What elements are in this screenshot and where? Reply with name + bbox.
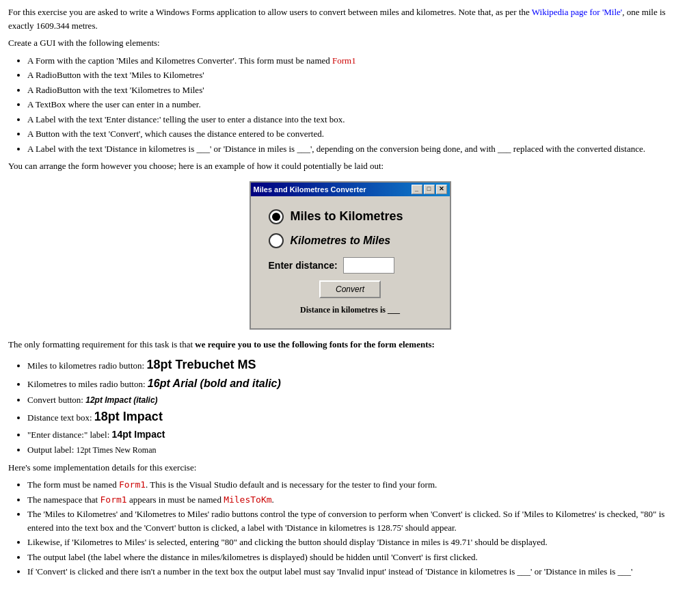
font-label: "Enter distance:" label: xyxy=(27,429,112,440)
win-minimize-btn[interactable]: _ xyxy=(412,185,422,194)
impl-section-title: Here's some implementation details for t… xyxy=(8,461,692,475)
font-value-textbox: 18pt Impact xyxy=(94,410,163,423)
intro-paragraph: For this exercise you are asked to write… xyxy=(8,5,692,32)
list-item-text: A TextBox where the user can enter in a … xyxy=(27,99,201,109)
wiki-link[interactable]: Wikipedia page for 'Mile' xyxy=(532,7,622,17)
impl-namespace-code: MilesToKm xyxy=(224,494,271,505)
impl-text: The output label (the label where the di… xyxy=(27,552,478,562)
impl-text: . xyxy=(272,494,274,505)
font-value-km: 16pt Arial (bold and italic) xyxy=(148,378,281,389)
radio-km-miles-label: Kilometres to Miles xyxy=(291,233,391,249)
win-maximize-btn[interactable]: □ xyxy=(424,185,435,194)
distance-row: Enter distance: xyxy=(262,254,439,276)
radio-miles-km-row: Miles to Kilometres xyxy=(262,206,439,227)
font-label: Output label: xyxy=(27,445,77,455)
impl-item-invalid: If 'Convert' is clicked and there isn't … xyxy=(27,565,692,579)
form-preview-container: Miles and Kilometres Converter _ □ ✕ Mil… xyxy=(8,181,692,330)
list-item-text: A Button with the text 'Convert', which … xyxy=(27,129,324,139)
win-titlebar: Miles and Kilometres Converter _ □ ✕ xyxy=(251,183,450,197)
gui-elements-list: A Form with the caption 'Miles and Kilom… xyxy=(27,54,692,156)
radio-miles-km-circle[interactable] xyxy=(269,209,284,224)
intro-text-start: For this exercise you are asked to write… xyxy=(8,7,532,17)
impl-text: appears in must be named xyxy=(127,494,224,505)
impl-item-radio-control: The 'Miles to Kilometres' and 'Kilometre… xyxy=(27,507,692,534)
impl-item-likewise: Likewise, if 'Kilometres to Miles' is se… xyxy=(27,536,692,549)
font-label: Kilometres to miles radio button: xyxy=(27,379,148,389)
convert-button[interactable]: Convert xyxy=(319,280,381,298)
impl-text: The form must be named xyxy=(27,479,119,490)
font-label: Miles to kilometres radio button: xyxy=(27,360,146,371)
form1-label: Form1 xyxy=(332,55,356,66)
font-item-output: Output label: 12pt Times New Roman xyxy=(27,443,692,457)
list-item-text: A Form with the caption 'Miles and Kilom… xyxy=(27,55,332,66)
win-close-btn[interactable]: ✕ xyxy=(436,185,447,194)
radio-km-miles-row: Kilometres to Miles xyxy=(262,231,439,250)
preview-text: You can arrange the form however you cho… xyxy=(8,159,692,173)
font-section-intro: The only formatting requirement for this… xyxy=(8,338,692,352)
list-item: A RadioButton with the text 'Kilometres … xyxy=(27,83,692,97)
impl-list: The form must be named Form1. This is th… xyxy=(27,478,692,579)
list-item-text: A RadioButton with the text 'Miles to Ki… xyxy=(27,70,204,80)
impl-item-namespace: The namespace that Form1 appears in must… xyxy=(27,493,692,507)
impl-text: . This is the Visual Studio default and … xyxy=(146,479,437,490)
font-item-textbox: Distance text box: 18pt Impact xyxy=(27,408,692,426)
font-intro-text: The only formatting requirement for this… xyxy=(8,339,195,349)
impl-text: The namespace that xyxy=(27,494,100,505)
distance-textbox[interactable] xyxy=(343,257,394,274)
font-item-enter: "Enter distance:" label: 14pt Impact xyxy=(27,427,692,442)
impl-text: Likewise, if 'Kilometres to Miles' is se… xyxy=(27,537,548,547)
list-item-text: A RadioButton with the text 'Kilometres … xyxy=(27,85,204,95)
font-item-km: Kilometres to miles radio button: 16pt A… xyxy=(27,375,692,392)
font-label: Distance text box: xyxy=(27,412,94,423)
win-form-title: Miles and Kilometres Converter xyxy=(254,184,366,196)
impl-item-hidden: The output label (the label where the di… xyxy=(27,551,692,564)
list-item: A TextBox where the user can enter in a … xyxy=(27,98,692,111)
radio-miles-km-label: Miles to Kilometres xyxy=(291,207,403,226)
win-body: Miles to Kilometres Kilometres to Miles … xyxy=(251,196,450,328)
win-controls: _ □ ✕ xyxy=(412,185,447,194)
font-list: Miles to kilometres radio button: 18pt T… xyxy=(27,356,692,457)
font-label: Convert button: xyxy=(27,395,85,405)
win-form: Miles and Kilometres Converter _ □ ✕ Mil… xyxy=(250,181,451,330)
impl-item-form1: The form must be named Form1. This is th… xyxy=(27,478,692,492)
font-item-convert: Convert button: 12pt Impact (italic) xyxy=(27,393,692,407)
list-item: A Button with the text 'Convert', which … xyxy=(27,127,692,141)
list-item: A RadioButton with the text 'Miles to Ki… xyxy=(27,68,692,82)
radio-km-miles-circle[interactable] xyxy=(269,233,284,248)
list-item-text: A Label with the text 'Distance in kilom… xyxy=(27,144,645,154)
impl-form1-code2: Form1 xyxy=(100,494,126,505)
font-item-miles: Miles to kilometres radio button: 18pt T… xyxy=(27,356,692,374)
enter-distance-label: Enter distance: xyxy=(269,259,338,273)
list-item: A Form with the caption 'Miles and Kilom… xyxy=(27,54,692,68)
list-item-text: A Label with the text 'Enter distance:' … xyxy=(27,114,345,124)
font-value-convert: 12pt Impact (italic) xyxy=(85,395,157,405)
impl-text: The 'Miles to Kilometres' and 'Kilometre… xyxy=(27,509,664,533)
list-item: A Label with the text 'Enter distance:' … xyxy=(27,113,692,127)
font-value-miles: 18pt Trebuchet MS xyxy=(146,358,256,371)
font-intro-bold: we require you to use the following font… xyxy=(195,339,435,349)
impl-text: If 'Convert' is clicked and there isn't … xyxy=(27,566,632,577)
impl-form1-code: Form1 xyxy=(119,479,146,490)
create-gui-label: Create a GUI with the following elements… xyxy=(8,36,692,50)
font-value-output: 12pt Times New Roman xyxy=(77,445,157,455)
list-item: A Label with the text 'Distance in kilom… xyxy=(27,142,692,156)
font-value-enter: 14pt Impact xyxy=(112,429,165,440)
output-label: Distance in kilometres is ___ xyxy=(300,302,400,317)
